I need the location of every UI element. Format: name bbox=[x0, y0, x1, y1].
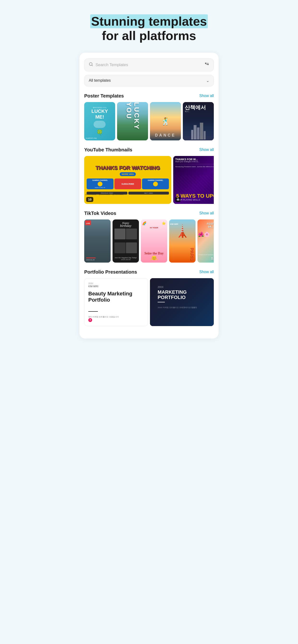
templates-dropdown[interactable]: All templates ⌄ bbox=[84, 75, 214, 86]
poster-show-all-link[interactable]: Show all bbox=[199, 94, 214, 98]
main-card: Search Templates All templates ⌄ Poster … bbox=[79, 53, 219, 338]
pf1-year: 2020 bbox=[88, 282, 144, 284]
tiktok-birthday[interactable]: Happy birthday ever the Happiest Day Tod… bbox=[112, 220, 139, 262]
hero-title-line2: for all platforms bbox=[102, 29, 196, 43]
poster-korean-city[interactable]: 산책에서 독시... bbox=[183, 102, 214, 140]
hero-title-line1: Stunning templates bbox=[90, 14, 208, 28]
tiktok-section-title: TikTok Videos bbox=[84, 210, 116, 216]
tiktok-videos-section: TikTok Videos Show all LIVE 2023.02.25 H… bbox=[84, 210, 214, 262]
portfolio-section-title: Portfolio Presentations bbox=[84, 269, 137, 275]
portfolio-marketing-dark[interactable]: 20XX MARKETING PORTFOLIO 20XX 마케팅 포트폴리오 … bbox=[150, 278, 214, 326]
yt-section-header: YouTube Thumbnails Show all bbox=[84, 147, 214, 152]
yt-card1-title: THANKS FOR WATCHING bbox=[95, 165, 160, 171]
portfolio-beauty-marketing[interactable]: 2020 KIM MIRI Beauty Marketing Portfolio… bbox=[84, 278, 148, 326]
svg-line-1 bbox=[92, 65, 92, 66]
portfolio-show-all-link[interactable]: Show all bbox=[199, 270, 214, 274]
search-bar[interactable]: Search Templates bbox=[84, 58, 214, 72]
pf1-name: KIM MIRI bbox=[88, 285, 144, 288]
tiktok-section-header: TikTok Videos Show all bbox=[84, 210, 214, 216]
poster-dance[interactable]: 🕺 DANCE bbox=[150, 102, 181, 140]
tiktok-paris[interactable]: KIM MIRI 🗼 PARIS bbox=[169, 220, 196, 262]
pf1-sub: 뷰티 마케팅 포트폴리오 모음입니다 bbox=[88, 316, 144, 318]
yt-gaming-purple[interactable]: THANKS FOR W... Share your strategies in… bbox=[173, 156, 214, 204]
poster-lucky-me[interactable]: 행복과 행운을 드리요 LUCKY ME! 🍀 st.patrick's day bbox=[84, 102, 115, 140]
portfolio-section: Portfolio Presentations Show all 2020 KI… bbox=[84, 269, 214, 326]
yt-show-all-link[interactable]: Show all bbox=[199, 148, 214, 152]
search-input[interactable]: Search Templates bbox=[95, 62, 204, 67]
portfolio-grid: 2020 KIM MIRI Beauty Marketing Portfolio… bbox=[84, 278, 214, 326]
filter-icon[interactable] bbox=[204, 62, 209, 68]
tiktok-outdoor[interactable]: LIVE 2023.02.25 bbox=[84, 220, 111, 262]
poster-lucky-me-content: 행복과 행운을 드리요 LUCKY ME! 🍀 bbox=[89, 105, 110, 138]
svg-point-5 bbox=[205, 63, 206, 64]
poster-templates-section: Poster Templates Show all 행복과 행운을 드리요 LU… bbox=[84, 93, 214, 140]
tiktok-pink-cute[interactable]: 🌈 ⭐ HI TIGER Seize the Day 😊 ✨ ✨ ✨ bbox=[141, 220, 167, 262]
poster-section-header: Poster Templates Show all bbox=[84, 93, 214, 99]
portfolio-section-header: Portfolio Presentations Show all bbox=[84, 269, 214, 275]
pf2-year: 20XX bbox=[158, 286, 206, 288]
yt-card1-badge: 10 bbox=[86, 197, 93, 202]
tiktok-grid: LIVE 2023.02.25 Happy birthday ever the … bbox=[84, 220, 214, 262]
tiktok-festival-sale[interactable]: FESTIVA... 🌺🌸 SALE » Choose to win summe… bbox=[198, 220, 214, 262]
tiktok-show-all-link[interactable]: Show all bbox=[199, 211, 214, 216]
yt-gaming-yellow[interactable]: THANKS FOR WATCHING MORE VIDS GAMING CHA… bbox=[84, 156, 171, 204]
poster-lucky-you[interactable]: LUCKY YOU bbox=[117, 102, 148, 140]
pf1-icon: ❋ bbox=[88, 318, 92, 322]
pf2-sub: 20XX 마케팅 포트폴리오 프레젠테이션 템플릿 bbox=[158, 306, 206, 309]
hero-title: Stunning templates for all platforms bbox=[84, 14, 214, 43]
youtube-thumbnails-section: YouTube Thumbnails Show all THANKS FOR W… bbox=[84, 147, 214, 204]
chevron-down-icon: ⌄ bbox=[206, 78, 209, 83]
poster-section-title: Poster Templates bbox=[84, 93, 124, 99]
svg-point-6 bbox=[208, 64, 208, 65]
poster-grid: 행복과 행운을 드리요 LUCKY ME! 🍀 st.patrick's day… bbox=[84, 102, 214, 140]
pf1-title: Beauty Marketing Portfolio bbox=[88, 290, 144, 309]
pf2-title: MARKETING PORTFOLIO bbox=[158, 290, 206, 300]
yt-grid: THANKS FOR WATCHING MORE VIDS GAMING CHA… bbox=[84, 156, 214, 204]
yt-section-title: YouTube Thumbnails bbox=[84, 147, 132, 152]
dropdown-label: All templates bbox=[89, 78, 111, 83]
search-icon bbox=[89, 62, 93, 68]
hero-section: Stunning templates for all platforms bbox=[75, 0, 223, 53]
